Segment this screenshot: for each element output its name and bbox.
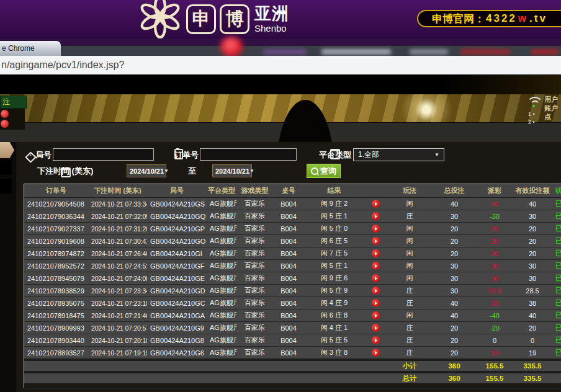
play-video-button[interactable] [372,287,380,295]
column-header: 派彩 [476,184,513,198]
wifi-icon [527,96,543,110]
cell-result: 闲 7 庄 5 [304,247,364,260]
cell-play_icon [364,322,387,334]
cell-payout: 20 [476,223,513,235]
cell-play: 庄 [387,334,433,347]
cell-round_id: GB00424A210G8 [147,334,207,347]
cell-bet_time: 2024-10-21 07:19:19 [88,347,147,360]
official-site-red: w [518,12,528,25]
table-row: 2410210790545082024-10-21 07:33:34GB0042… [24,198,561,210]
cell-payout: 38 [476,297,513,310]
subtotal-status-blank [552,360,561,372]
round-label: 局号 [35,149,52,161]
date-from-value: 2024/10/21 [130,167,164,175]
column-header [364,184,387,198]
cell-platform: AG旗舰厅 [207,297,236,310]
play-video-button[interactable] [372,262,380,270]
cell-total_bet: 20 [433,223,476,235]
cell-order_id: 241021079036344 [24,210,88,223]
order-input[interactable] [200,148,297,161]
play-video-button[interactable] [372,349,380,357]
cell-play_icon [364,297,387,310]
cell-table_no: B004 [273,223,304,235]
play-icon [375,264,377,268]
play-video-button[interactable] [372,336,380,344]
brand-logo: 申 博 亚洲 Shenbo [138,0,289,38]
cell-order_id: 241021078909993 [24,322,88,334]
search-icon [311,167,318,175]
cell-platform: AG旗舰厅 [207,310,236,322]
table-row: 2410210789748722024-10-21 07:26:46GB0042… [24,247,561,260]
decoration-blob [321,49,391,55]
grand-total-payout: 155.5 [476,372,513,383]
subtotal-label: 小计 [387,360,433,372]
bet-note-box: 注 [0,96,27,109]
cell-play_icon [364,285,387,297]
play-video-button[interactable] [372,249,380,257]
cell-play: 庄 [387,297,433,310]
subtotal-valid-bet: 335.5 [513,360,552,372]
cell-game_type: 百家乐 [236,310,273,322]
play-icon [375,326,377,330]
cell-play: 庄 [387,347,433,360]
column-header: 桌号 [273,184,304,198]
cell-total_bet: 30 [433,285,476,297]
column-header: 有效投注额 [513,184,552,198]
play-video-button[interactable] [372,324,380,332]
subtotal-payout: 155.5 [476,360,513,372]
cell-play: 闲 [387,272,433,285]
golden-background [0,94,561,122]
cell-platform: AG旗舰厅 [207,272,236,285]
play-video-button[interactable] [372,200,380,208]
play-video-button[interactable] [372,274,380,282]
cell-result: 闲 5 庄 0 [304,223,364,235]
cell-game_type: 百家乐 [236,210,273,223]
table-row: 2410210789184752024-10-21 07:21:46GB0042… [24,310,561,322]
brand-region: 亚洲 [254,6,289,22]
strip-side-text: 用户 账户 点 [544,95,558,121]
cell-valid_bet: 38 [513,297,552,310]
date-from-select[interactable]: 2024/10/21 ▼ [127,164,166,177]
play-video-button[interactable] [372,311,380,319]
strip-numbers: 1 • 2 • [528,110,535,127]
decoration-blob [263,49,307,55]
cell-bet_time: 2024-10-21 07:30:41 [88,235,147,247]
column-header: 状态 [552,184,561,198]
page: 申 博 亚洲 Shenbo 申博官网：4322w.tv e Chrome n/a… [0,0,561,392]
order-label: 订单号 [174,149,199,161]
cell-result: 闲 9 庄 6 [304,272,364,285]
platform-select[interactable]: 1.全部 ▼ [353,148,444,161]
play-video-button[interactable] [372,237,380,245]
cell-round_id: GB00424A210G9 [147,322,207,334]
cell-total_bet: 30 [433,272,476,285]
column-header: 玩法 [387,184,433,198]
play-icon [375,252,377,256]
grand-total-label: 总计 [387,372,433,383]
decoration-blob [460,49,510,55]
cell-table_no: B004 [273,310,304,322]
cell-round_id: GB00424A210GE [147,272,207,285]
date-to-select[interactable]: 2024/10/21 ▼ [212,164,252,177]
search-button[interactable]: 查询 [307,164,341,178]
cell-valid_bet: 30 [513,272,552,285]
cell-valid_bet: 30 [513,210,552,223]
cell-round_id: GB00424A210GD [147,285,207,297]
cell-payout: 20 [476,235,513,247]
play-icon [375,314,377,318]
play-video-button[interactable] [372,299,380,307]
column-header: 局号 [147,184,207,198]
url-bar[interactable]: n/agingame/pcv1/index.jsp? [0,56,561,75]
round-input[interactable] [53,148,154,161]
play-video-button[interactable] [372,212,380,220]
table-row: 2410210789350752024-10-21 07:23:10GB0042… [24,297,561,310]
bet-time-label: 下注时间 (美东) [37,166,93,177]
rail-box [0,179,12,194]
play-video-button[interactable] [372,225,380,233]
official-site-pill[interactable]: 申博官网：4322w.tv [417,10,561,27]
flower-logo-icon [138,0,182,38]
cell-status: 已 [552,210,561,223]
black-band [0,75,561,94]
cell-game_type: 百家乐 [236,198,273,210]
cell-bet_time: 2024-10-21 07:33:34 [88,198,147,210]
browser-tab[interactable]: e Chrome [0,41,61,56]
